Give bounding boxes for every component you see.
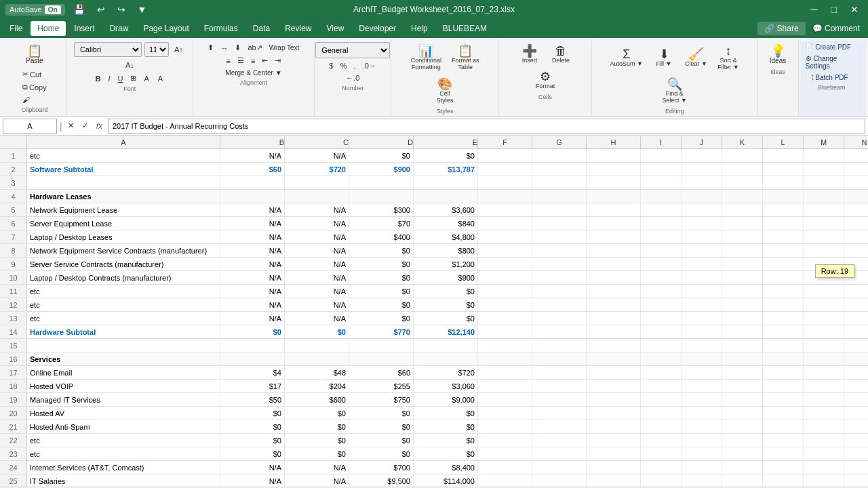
cell[interactable] [478, 407, 532, 420]
menu-draw[interactable]: Draw [102, 21, 135, 36]
cell[interactable]: $0 [349, 285, 414, 298]
cell[interactable] [804, 163, 844, 176]
cell[interactable] [532, 203, 587, 216]
cell[interactable] [844, 352, 868, 365]
cell[interactable] [804, 176, 844, 189]
cell[interactable]: $70 [349, 217, 414, 230]
cell[interactable] [722, 312, 763, 325]
cell[interactable] [532, 393, 587, 406]
cell[interactable]: $17 [220, 380, 285, 392]
cell[interactable]: etc [27, 447, 220, 460]
cell[interactable] [804, 339, 844, 352]
bold-button[interactable]: B [93, 73, 104, 84]
table-row[interactable]: 17Online Email$4$48$60$720 [0, 366, 868, 380]
cell[interactable] [349, 352, 414, 365]
cell[interactable] [641, 339, 682, 352]
cell[interactable] [682, 434, 722, 447]
align-left-button[interactable]: ≡ [224, 56, 233, 66]
cell[interactable]: $0 [220, 447, 285, 460]
cell[interactable] [763, 407, 804, 420]
cell[interactable] [844, 217, 868, 230]
cell[interactable]: Server Service Contracts (manufacturer) [27, 258, 220, 270]
cell[interactable]: $750 [349, 393, 414, 406]
cell[interactable] [804, 285, 844, 298]
cell[interactable] [349, 339, 414, 352]
wrap-text-button[interactable]: Wrap Text [267, 43, 302, 53]
cell[interactable]: Hosted VOIP [27, 380, 220, 392]
cell[interactable]: $13,787 [414, 163, 478, 176]
cell[interactable]: $12,140 [414, 325, 478, 338]
cell[interactable] [804, 447, 844, 460]
cell[interactable] [722, 393, 763, 406]
cell[interactable] [682, 149, 722, 162]
font-size-selector[interactable]: 11 [144, 42, 169, 57]
cell[interactable] [532, 420, 587, 433]
cell[interactable] [722, 461, 763, 474]
table-row[interactable]: 1etcN/AN/A$0$0 [0, 149, 868, 163]
fill-color-button[interactable]: A [141, 73, 153, 84]
ideas-button[interactable]: 💡 Ideas [763, 42, 793, 67]
cell[interactable] [763, 447, 804, 460]
cell[interactable] [478, 230, 532, 243]
cell[interactable]: $0 [349, 420, 414, 433]
decrease-decimal-button[interactable]: ←.0 [343, 73, 362, 83]
cell[interactable] [641, 258, 682, 270]
cell[interactable]: $700 [349, 461, 414, 474]
col-header-e[interactable]: E [414, 136, 478, 148]
cell[interactable] [682, 312, 722, 325]
table-row[interactable]: 6Server Equipment LeaseN/AN/A$70$840 [0, 217, 868, 230]
cell[interactable] [722, 258, 763, 270]
sort-filter-button[interactable]: ↕ Sort &Filter ▼ [713, 42, 743, 73]
cell[interactable] [27, 339, 220, 352]
cell[interactable] [641, 474, 682, 487]
col-header-a[interactable]: A [27, 136, 220, 148]
merge-center-button[interactable]: Merge & Center ▼ [222, 68, 284, 78]
format-button[interactable]: ⚙ Format [530, 68, 560, 92]
cancel-formula-button[interactable]: ✕ [65, 120, 77, 131]
cell[interactable] [641, 298, 682, 311]
cell[interactable]: $0 [349, 298, 414, 311]
undo-button[interactable]: ↩ [93, 4, 109, 15]
cell[interactable]: $0 [349, 312, 414, 325]
font-selector[interactable]: Calibri [74, 42, 142, 57]
cell[interactable]: $0 [349, 258, 414, 270]
cell[interactable] [844, 298, 868, 311]
cell[interactable]: N/A [220, 244, 285, 257]
cell[interactable] [763, 244, 804, 257]
cell[interactable] [722, 244, 763, 257]
cell[interactable] [722, 176, 763, 189]
cell[interactable] [641, 230, 682, 243]
cell[interactable] [763, 149, 804, 162]
cell[interactable] [641, 393, 682, 406]
cell[interactable] [722, 434, 763, 447]
cell[interactable] [722, 407, 763, 420]
formula-input[interactable] [108, 119, 865, 134]
col-header-d[interactable]: D [349, 136, 414, 148]
cell[interactable]: Internet Services (AT&T, Comcast) [27, 461, 220, 474]
cell[interactable] [587, 176, 641, 189]
cell[interactable]: N/A [220, 149, 285, 162]
cell[interactable] [587, 447, 641, 460]
cell[interactable]: N/A [285, 230, 349, 243]
cell[interactable] [478, 393, 532, 406]
cell[interactable] [587, 203, 641, 216]
cell[interactable] [804, 312, 844, 325]
change-settings-button[interactable]: ⚙ Change Settings [803, 54, 861, 71]
cell[interactable]: N/A [220, 217, 285, 230]
cell[interactable] [532, 217, 587, 230]
align-middle-button[interactable]: ↔ [218, 43, 231, 54]
cell[interactable] [844, 434, 868, 447]
cell[interactable]: N/A [220, 298, 285, 311]
align-bottom-button[interactable]: ⬇ [232, 42, 243, 54]
save-button[interactable]: 💾 [69, 4, 89, 15]
clear-button[interactable]: 🧹 Clear ▼ [681, 45, 711, 70]
name-box[interactable] [3, 119, 57, 134]
maximize-button[interactable]: □ [827, 4, 841, 15]
cell[interactable]: N/A [220, 312, 285, 325]
cell[interactable]: $600 [285, 393, 349, 406]
menu-file[interactable]: File [3, 21, 29, 36]
cell[interactable] [722, 190, 763, 203]
align-top-button[interactable]: ⬆ [205, 42, 216, 54]
cell[interactable] [722, 285, 763, 298]
cell[interactable] [763, 298, 804, 311]
